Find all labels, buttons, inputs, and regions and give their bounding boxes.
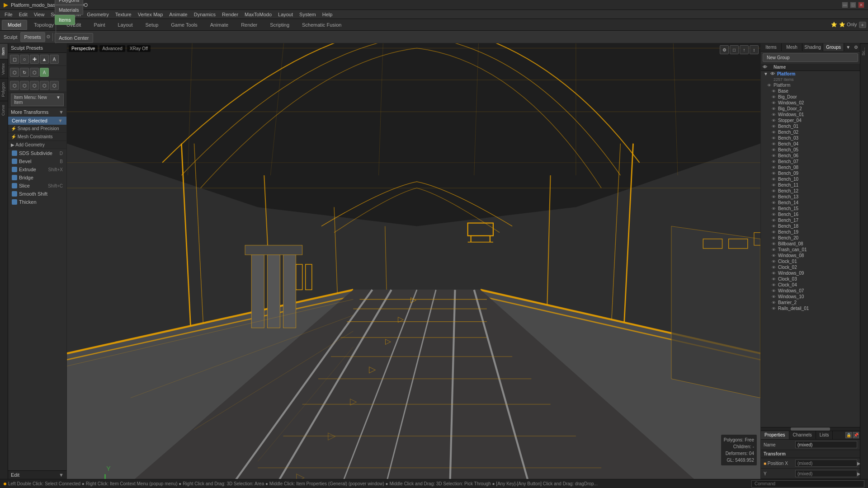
maximize-button[interactable]: □ (850, 2, 856, 8)
menu-item-file[interactable]: File (2, 10, 15, 19)
toolbar-btn-polygons[interactable]: Polygons (55, 0, 83, 5)
left-tool-bevel[interactable]: BevelB (8, 157, 66, 165)
tree-item[interactable]: 👁Bench_19 (761, 229, 860, 235)
rb-tab-properties[interactable]: Properties (761, 431, 789, 439)
tool-9[interactable]: ⬡ (50, 81, 59, 90)
menu-item-texture[interactable]: Texture (113, 10, 134, 19)
tab-mesh[interactable]: Mesh (782, 43, 802, 51)
tab-layout[interactable]: Layout (112, 20, 139, 30)
tree-item[interactable]: 👁Bench_14 (761, 200, 860, 206)
toolbar-btn-materials[interactable]: Materials (55, 5, 83, 15)
tree-item[interactable]: 👁Windows_01 (761, 112, 860, 117)
prop-pin[interactable]: 📌 (853, 432, 859, 438)
tool-a[interactable]: A (50, 55, 59, 64)
menu-item-help[interactable]: Help (320, 10, 335, 19)
position-y-input[interactable] (795, 470, 857, 477)
tree-item[interactable]: 👁Bench_07 (761, 159, 860, 164)
tree-item[interactable]: 👁Big_Door (761, 94, 860, 100)
tree-item[interactable]: 👁Windows_08 (761, 253, 860, 258)
perspective-badge[interactable]: Perspective (69, 45, 98, 52)
rthin-tab-1[interactable]: Sc... (860, 43, 868, 59)
tree-item[interactable]: 👁Billboard_08 (761, 241, 860, 247)
tree-item[interactable]: 👁Bench_18 (761, 223, 860, 229)
tree-item[interactable]: 👁Bench_11 (761, 182, 860, 188)
menu-item-edit[interactable]: Edit (16, 10, 30, 19)
advanced-badge[interactable]: Advanced (99, 45, 125, 52)
vp-ctrl-4[interactable]: ↕ (750, 45, 759, 54)
more-transforms[interactable]: More Transforms ▼ (8, 108, 66, 117)
toolbar-btn-action-center[interactable]: Action Center (55, 33, 93, 43)
tree-item[interactable]: 👁Bench_15 (761, 206, 860, 211)
menu-item-system[interactable]: System (297, 10, 319, 19)
left-tool-slice[interactable]: SliceShift+C (8, 182, 66, 190)
tool-6[interactable]: ⬡ (20, 81, 29, 90)
menu-item-maxtomodo[interactable]: MaxToModo (242, 10, 274, 19)
tool-4[interactable]: A (40, 68, 49, 77)
thin-tab-vertex[interactable]: Vertex (0, 59, 8, 79)
left-tool-smooth-shift[interactable]: Smooth Shift (8, 190, 66, 198)
tree-item[interactable]: 👁Rails_detail_01 (761, 305, 860, 311)
tab-model[interactable]: Model (2, 20, 27, 30)
toolbar-btn-items[interactable]: Items (55, 15, 75, 25)
tree-item[interactable]: 👁Bench_16 (761, 211, 860, 217)
presets-button[interactable]: Presets (20, 32, 45, 42)
menu-item-dynamics[interactable]: Dynamics (191, 10, 218, 19)
tree-item[interactable]: 👁Barrier_2 (761, 300, 860, 305)
vp-ctrl-1[interactable]: ⚙ (720, 45, 729, 54)
tool-2[interactable]: ↻ (20, 68, 29, 77)
tree-item[interactable]: 👁Clock_03 (761, 276, 860, 282)
tool-select[interactable]: ◻ (10, 55, 19, 64)
tree-item[interactable]: 👁Clock_04 (761, 282, 860, 288)
tree-item[interactable]: 👁Bench_20 (761, 235, 860, 241)
tree-item[interactable]: 👁Big_Door_2 (761, 106, 860, 112)
center-selected-item[interactable]: Center Selected ▼ (8, 117, 66, 125)
new-group-button[interactable]: New Group (763, 53, 858, 62)
tree-item[interactable]: 👁Bench_12 (761, 188, 860, 194)
tool-circle[interactable]: ○ (20, 55, 29, 64)
tree-item[interactable]: 👁Bench_01 (761, 123, 860, 129)
tool-3[interactable]: ⬡ (30, 68, 39, 77)
menu-item-animate[interactable]: Animate (166, 10, 190, 19)
tree-item[interactable]: 👁Bench_10 (761, 176, 860, 182)
item-menu-dropdown[interactable]: Item Menu: New Item ▼ (11, 94, 64, 106)
tab-animate[interactable]: Animate (204, 20, 234, 30)
vp-ctrl-2[interactable]: □ (730, 45, 739, 54)
tree-item[interactable]: 👁Windows_02 (761, 100, 860, 106)
thin-tab-polygon[interactable]: Polygon (0, 78, 8, 101)
tree-item[interactable]: 👁Clock_01 (761, 258, 860, 264)
tab-items[interactable]: Items (761, 43, 782, 51)
menu-item-render[interactable]: Render (219, 10, 241, 19)
mesh-header[interactable]: ⚡ Mesh Constraints (8, 133, 66, 141)
tree-item[interactable]: 👁Platform (761, 82, 860, 88)
position-x-input[interactable] (795, 460, 857, 467)
viewport[interactable]: ▷ ▷ ▷ ▷ ▷ ▷ ▷ (67, 43, 760, 479)
tree-item[interactable]: 👁Bench_05 (761, 147, 860, 153)
tree-item[interactable]: 👁Windows_09 (761, 270, 860, 276)
add-tab-button[interactable]: + (859, 22, 866, 28)
tree-item[interactable]: 👁Bench_03 (761, 135, 860, 141)
thin-tab-curve[interactable]: Curve (0, 101, 8, 119)
tree-root[interactable]: ▼👁Platform (761, 71, 860, 77)
only-label[interactable]: ⭐ Only (839, 22, 857, 28)
left-tool-bridge[interactable]: Bridge (8, 174, 66, 182)
tab-scripting[interactable]: Scripting (264, 20, 295, 30)
tool-1[interactable]: ⬡ (10, 68, 19, 77)
tree-item[interactable]: 👁Clock_02 (761, 264, 860, 270)
left-tool-extrude[interactable]: ExtrudeShift+X (8, 165, 66, 174)
tree-item[interactable]: 👁Bench_09 (761, 170, 860, 176)
minimize-button[interactable]: — (842, 2, 848, 8)
left-tool-sds-subdivide[interactable]: SDS SubdivideD (8, 149, 66, 157)
tool-8[interactable]: ⬡ (40, 81, 49, 90)
menu-item-vertex-map[interactable]: Vertex Map (135, 10, 166, 19)
tree-item[interactable]: 👁Bench_04 (761, 141, 860, 147)
titlebar-controls[interactable]: — □ ✕ (842, 2, 864, 8)
tool-5[interactable]: ⬡ (10, 81, 19, 90)
thin-tab-item[interactable]: Item (0, 43, 8, 59)
prop-lock[interactable]: 🔒 (845, 432, 852, 438)
tab-game-tools[interactable]: Game Tools (165, 20, 203, 30)
tree-item[interactable]: 👁Bench_17 (761, 217, 860, 223)
rb-tab-lists[interactable]: Lists (816, 431, 833, 439)
tab-shading[interactable]: Shading (802, 43, 823, 51)
xray-badge[interactable]: XRay Off (127, 45, 151, 52)
name-prop-input[interactable] (795, 441, 857, 448)
